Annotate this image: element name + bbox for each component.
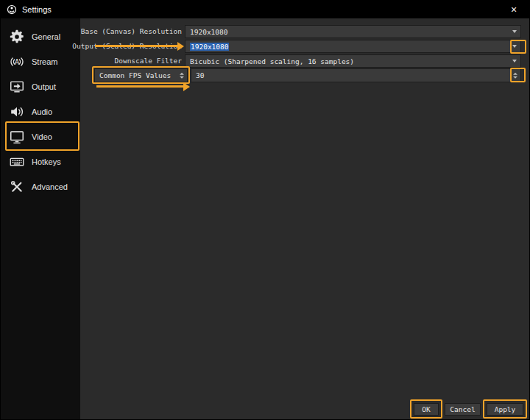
- apply-button[interactable]: Apply: [487, 403, 523, 416]
- gear-icon: [8, 28, 26, 46]
- close-icon[interactable]: ×: [498, 1, 529, 18]
- sidebar-item-label: Advanced: [32, 182, 68, 191]
- sidebar-item-video[interactable]: Video: [1, 124, 80, 149]
- combo-value: Common FPS Values: [99, 71, 171, 79]
- combo-value-selected: 1920x1080: [190, 43, 229, 51]
- base-resolution-label: Base (Canvas) Resolution: [67, 25, 182, 38]
- sidebar-item-label: Video: [32, 132, 52, 141]
- video-icon: [8, 128, 26, 146]
- sidebar-item-advanced[interactable]: Advanced: [1, 174, 80, 199]
- sidebar-item-label: General: [32, 32, 60, 41]
- fps-value-field[interactable]: 30: [191, 68, 521, 82]
- cancel-button[interactable]: Cancel: [445, 403, 481, 416]
- sidebar-item-label: Stream: [32, 57, 57, 66]
- downscale-filter-label: Downscale Filter: [67, 54, 182, 68]
- svg-text:A: A: [15, 58, 20, 66]
- output-resolution-combo[interactable]: 1920x1080: [185, 40, 521, 53]
- base-resolution-combo[interactable]: 1920x1080: [185, 25, 521, 38]
- sidebar-item-label: Hotkeys: [32, 157, 61, 166]
- combo-value: 30: [196, 71, 204, 79]
- downscale-filter-combo[interactable]: Bicubic (Sharpened scaling, 16 samples): [185, 54, 521, 68]
- hotkeys-icon: [8, 153, 26, 171]
- titlebar: Settings ×: [1, 1, 529, 18]
- output-resolution-label: Output (Scaled) Resolution: [67, 40, 182, 53]
- combo-value: 1920x1080: [190, 28, 227, 36]
- fps-type-combo[interactable]: Common FPS Values: [94, 68, 188, 82]
- sidebar: General A Stream: [1, 18, 80, 420]
- chevron-down-icon[interactable]: [512, 60, 517, 63]
- chevron-down-icon[interactable]: [512, 45, 517, 48]
- sidebar-item-hotkeys[interactable]: Hotkeys: [1, 149, 80, 174]
- spinner-icon[interactable]: [513, 72, 517, 79]
- advanced-icon: [8, 178, 26, 196]
- sidebar-item-audio[interactable]: Audio: [1, 99, 80, 124]
- stream-icon: A: [8, 53, 26, 71]
- sidebar-item-label: Audio: [32, 107, 52, 116]
- sidebar-item-output[interactable]: Output: [1, 74, 80, 99]
- sidebar-item-label: Output: [32, 82, 56, 91]
- combo-value: Bicubic (Sharpened scaling, 16 samples): [190, 57, 354, 65]
- output-icon: [8, 78, 26, 96]
- window-title: Settings: [22, 5, 52, 14]
- audio-icon: [8, 103, 26, 121]
- chevron-down-icon[interactable]: [512, 30, 517, 33]
- settings-window: Settings × General: [0, 0, 530, 420]
- spinner-icon[interactable]: [180, 72, 184, 79]
- obs-logo-icon: [7, 4, 17, 15]
- ok-button[interactable]: OK: [414, 403, 439, 416]
